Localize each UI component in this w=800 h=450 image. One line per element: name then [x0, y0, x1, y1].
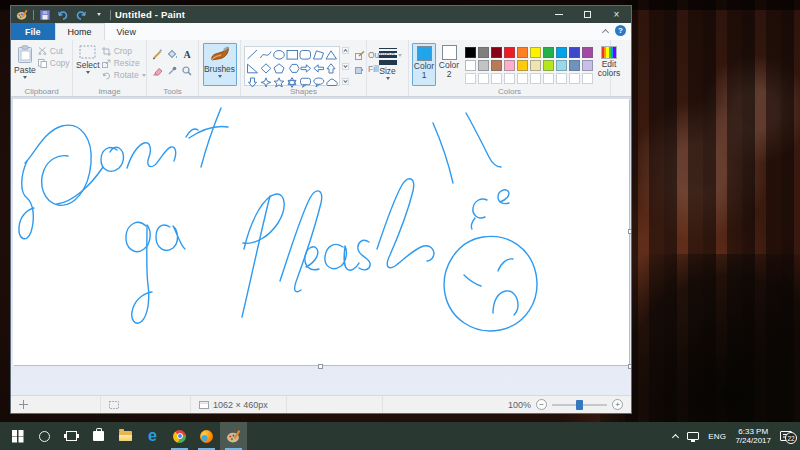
help-icon[interactable]: ? [615, 25, 626, 36]
resize-button[interactable]: Resize [102, 58, 146, 68]
rotate-button[interactable]: Rotate [102, 70, 146, 80]
maximize-button[interactable] [573, 6, 602, 23]
size-icon [379, 45, 397, 65]
palette-swatch-empty[interactable] [465, 73, 476, 84]
palette-swatch[interactable] [569, 60, 580, 71]
pencil-tool[interactable] [150, 46, 164, 62]
palette-swatch-empty[interactable] [569, 73, 580, 84]
palette-swatch[interactable] [517, 60, 528, 71]
collapse-ribbon-icon[interactable] [602, 28, 609, 35]
palette-swatch[interactable] [582, 60, 593, 71]
cortana-button[interactable] [31, 422, 58, 450]
status-filesize [287, 396, 383, 413]
palette-swatch[interactable] [556, 60, 567, 71]
palette-swatch-empty[interactable] [517, 73, 528, 84]
eraser-tool[interactable] [150, 63, 164, 79]
shapes-scroll-up-icon[interactable] [342, 47, 349, 54]
palette-swatch-empty[interactable] [582, 73, 593, 84]
palette-swatch[interactable] [504, 60, 515, 71]
paint-taskbar-button[interactable] [220, 422, 247, 450]
size-button[interactable]: Size [371, 43, 405, 86]
clock[interactable]: 6:33 PM 7/24/2017 [735, 427, 771, 445]
crop-button[interactable]: Crop [102, 46, 146, 56]
zoom-in-button[interactable]: + [612, 399, 623, 410]
edge-button[interactable]: e [139, 422, 166, 450]
tray-expand-icon[interactable] [672, 433, 679, 440]
color-picker-tool[interactable] [165, 63, 179, 79]
palette-swatch-empty[interactable] [530, 73, 541, 84]
palette-swatch[interactable] [569, 47, 580, 58]
undo-button[interactable] [56, 8, 70, 22]
close-button[interactable]: × [602, 6, 631, 23]
tab-file[interactable]: File [11, 23, 55, 40]
canvas-resize-handle-right[interactable] [628, 229, 631, 234]
magnifier-tool[interactable] [180, 63, 194, 79]
palette-swatch-empty[interactable] [504, 73, 515, 84]
color2-button[interactable]: Color 2 [438, 43, 460, 86]
start-button[interactable] [4, 422, 31, 450]
tab-home[interactable]: Home [55, 23, 105, 40]
palette-swatch[interactable] [530, 60, 541, 71]
palette-swatch[interactable] [543, 47, 554, 58]
quick-access-toolbar: Untitled - Paint [11, 8, 544, 22]
file-explorer-button[interactable] [112, 422, 139, 450]
task-view-button[interactable] [58, 422, 85, 450]
store-button[interactable] [85, 422, 112, 450]
cut-button[interactable]: Cut [38, 46, 70, 56]
network-icon[interactable] [687, 432, 699, 440]
palette-swatch[interactable] [491, 47, 502, 58]
fill-tool[interactable] [165, 46, 179, 62]
crop-label: Crop [114, 46, 132, 56]
caption-buttons: × [544, 6, 631, 23]
text-tool[interactable]: A [180, 46, 194, 62]
palette-swatch[interactable] [504, 47, 515, 58]
shapes-more-icon[interactable] [342, 78, 349, 85]
select-button[interactable]: Select [76, 43, 100, 86]
image-group-label: Image [73, 87, 146, 96]
rotate-label: Rotate [114, 70, 139, 80]
save-button[interactable] [38, 8, 52, 22]
edit-colors-button[interactable]: Edit colors [596, 43, 622, 86]
paint-canvas[interactable] [13, 99, 629, 365]
palette-swatch[interactable] [465, 47, 476, 58]
qat-dropdown-icon[interactable] [92, 8, 106, 22]
brushes-button[interactable]: Brushes [203, 43, 237, 86]
palette-swatch-empty[interactable] [556, 73, 567, 84]
chrome-button[interactable] [166, 422, 193, 450]
canvas-resize-handle-bottom[interactable] [318, 364, 323, 369]
palette-swatch-empty[interactable] [543, 73, 554, 84]
palette-swatch[interactable] [465, 60, 476, 71]
title-bar: Untitled - Paint × [11, 6, 631, 23]
zoom-slider-thumb[interactable] [576, 400, 583, 410]
clipboard-icon [17, 45, 33, 64]
zoom-out-button[interactable]: − [536, 399, 547, 410]
titlebar-separator [33, 10, 34, 20]
tab-view[interactable]: View [105, 23, 148, 40]
canvas-resize-handle-corner[interactable] [628, 364, 631, 369]
minimize-button[interactable] [544, 6, 573, 23]
palette-swatch[interactable] [478, 60, 489, 71]
paste-button[interactable]: Paste [14, 43, 36, 86]
crop-icon [102, 47, 111, 56]
palette-swatch[interactable] [491, 60, 502, 71]
zoom-slider[interactable] [552, 404, 607, 406]
language-indicator[interactable]: ENG [708, 432, 726, 441]
palette-swatch[interactable] [543, 60, 554, 71]
palette-swatch[interactable] [556, 47, 567, 58]
rotate-icon [102, 71, 111, 80]
palette-swatch[interactable] [478, 47, 489, 58]
palette-swatch-empty[interactable] [478, 73, 489, 84]
palette-swatch[interactable] [517, 47, 528, 58]
shapes-scroll-down-icon[interactable] [342, 63, 349, 70]
color1-button[interactable]: Color 1 [412, 43, 436, 86]
shapes-scrollbar[interactable] [342, 46, 349, 86]
palette-swatch[interactable] [582, 47, 593, 58]
notification-icon[interactable]: 22 [780, 431, 792, 441]
copy-button[interactable]: Copy [38, 58, 70, 68]
redo-button[interactable] [74, 8, 88, 22]
folder-icon [119, 431, 132, 441]
palette-swatch-empty[interactable] [491, 73, 502, 84]
shapes-grid[interactable] [244, 46, 340, 86]
firefox-button[interactable] [193, 422, 220, 450]
palette-swatch[interactable] [530, 47, 541, 58]
